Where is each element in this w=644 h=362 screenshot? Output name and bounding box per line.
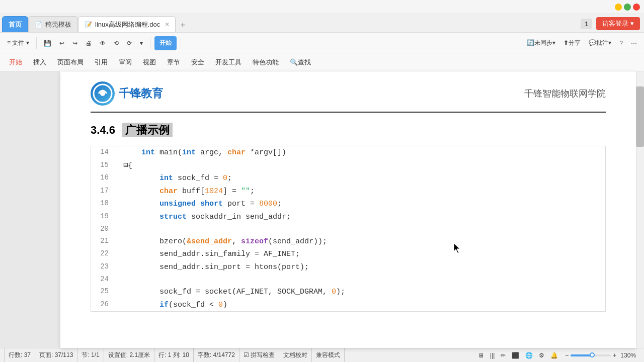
line-number: 14	[91, 146, 115, 158]
status-words: 字数: 4/14772	[194, 348, 239, 362]
zoom-out-icon[interactable]: −	[565, 352, 569, 359]
vertical-scrollbar[interactable]	[636, 71, 644, 348]
menu-insert[interactable]: 插入	[28, 55, 51, 69]
status-spellcheck[interactable]: ☑ 拼写检查	[239, 348, 279, 362]
status-icon-6[interactable]: ⚙	[536, 348, 547, 363]
token	[123, 213, 159, 221]
doc-tab-close[interactable]: ✕	[165, 22, 169, 27]
menu-security[interactable]: 安全	[186, 55, 209, 69]
status-icon-5[interactable]: 🌐	[522, 348, 536, 363]
token: ;	[277, 200, 282, 208]
token: unsigned	[159, 200, 196, 208]
menu-start[interactable]: 开始	[4, 55, 27, 69]
menu-reference[interactable]: 引用	[90, 55, 113, 69]
zoom-percent: 130%	[620, 352, 636, 359]
preview-button[interactable]: 👁	[97, 36, 109, 50]
undo-button[interactable]: ↩	[56, 36, 67, 50]
minimize-button[interactable]	[615, 4, 622, 11]
token: (send_addr));	[268, 237, 327, 246]
zoom-slider[interactable]	[571, 354, 611, 356]
code-line-18: 18 unsigned short port = 8000;	[91, 198, 605, 211]
menu-review[interactable]: 审阅	[114, 55, 137, 69]
menu-search[interactable]: 🔍查找	[285, 55, 316, 69]
more-button[interactable]: ⋯	[628, 36, 640, 50]
tab-count-button[interactable]: 1	[581, 19, 592, 29]
share-button[interactable]: ⬆分享	[560, 36, 584, 50]
line-number: 20	[91, 223, 115, 235]
line-content: send_addr.sin_port = htons(port);	[115, 261, 309, 274]
menu-view[interactable]: 视图	[138, 55, 161, 69]
token: ;	[227, 174, 232, 183]
code-line-15: 15⊟{	[91, 159, 605, 172]
zoom-thumb[interactable]	[590, 352, 595, 357]
line-number: 15	[91, 159, 115, 171]
line-content: struct sockaddr_in send_addr;	[115, 211, 291, 224]
new-tab-button[interactable]: +	[176, 18, 190, 32]
more-toolbar-button[interactable]: ▾	[137, 36, 146, 50]
unsync-button[interactable]: 🔄未同步▾	[524, 36, 558, 50]
status-icon-7[interactable]: 🔔	[547, 348, 561, 363]
token: short	[200, 200, 223, 208]
line-content: unsigned short port = 8000;	[115, 198, 282, 211]
line-content: ⊟{	[115, 159, 132, 172]
tab-home[interactable]: 首页	[2, 16, 28, 32]
tab-doc[interactable]: 📝 linux高级网络编程.doc ✕	[78, 16, 176, 32]
token: 0	[223, 174, 227, 183]
print-button[interactable]: 🖨	[83, 36, 95, 50]
line-content: int sock_fd = 0;	[115, 172, 232, 185]
status-setting: 设置值: 2.1厘米	[104, 348, 154, 362]
tab-template[interactable]: 📄 稿壳模板	[28, 16, 78, 32]
token	[123, 200, 159, 208]
menu-special[interactable]: 特色功能	[248, 55, 284, 69]
line-content: sock_fd = socket(AF_INET, SOCK_DGRAM, 0)…	[115, 286, 345, 299]
toolbar-separator-3	[181, 37, 181, 49]
redo-icon: ↪	[72, 40, 77, 47]
toolbar-separator-2	[150, 37, 150, 49]
print-icon: 🖨	[86, 40, 92, 47]
visitor-login-button[interactable]: 访客登录 ▾	[596, 17, 640, 30]
token: sockaddr_in send_addr;	[187, 213, 291, 221]
redo2-button[interactable]: ⟳	[124, 36, 135, 50]
undo2-button[interactable]: ⟲	[111, 36, 122, 50]
zoom-in-icon[interactable]: +	[613, 352, 616, 359]
menu-chapter[interactable]: 章节	[162, 55, 185, 69]
status-icon-4[interactable]: ⬛	[509, 348, 522, 363]
help-button[interactable]: ?	[616, 36, 626, 50]
status-page: 页面: 37/113	[35, 348, 77, 362]
line-number: 25	[91, 286, 115, 298]
token: ] =	[223, 187, 241, 196]
code-line-14: 14 int main(int argc, char *argv[])	[91, 146, 605, 159]
undo-icon: ↩	[59, 40, 64, 47]
zoom-control[interactable]: − + 130%	[561, 352, 640, 359]
status-icon-2[interactable]: |||	[487, 348, 498, 363]
save-button[interactable]: 💾	[41, 36, 54, 50]
token: 8000	[259, 200, 277, 208]
status-icon-1[interactable]: 🖥	[475, 348, 487, 363]
line-number: 26	[91, 299, 115, 311]
line-number: 18	[91, 198, 115, 210]
logo-icon	[91, 81, 115, 106]
doc-tab-label: linux高级网络编程.doc	[95, 20, 160, 29]
token: main(	[155, 148, 182, 157]
template-tab-label: 稿壳模板	[45, 20, 71, 29]
redo-button[interactable]: ↪	[69, 36, 80, 50]
code-line-16: 16 int sock_fd = 0;	[91, 172, 605, 185]
status-icon-3[interactable]: ✏	[498, 348, 509, 363]
token: ;	[250, 187, 255, 196]
status-proofread[interactable]: 文档校对	[279, 348, 312, 362]
scrollbar-thumb[interactable]	[636, 86, 644, 147]
section-number: 3.4.6	[91, 124, 115, 136]
start-menu-button[interactable]: 开始	[154, 36, 177, 50]
code-line-20: 20	[91, 223, 605, 235]
file-menu-button[interactable]: ≡ 文件 ▾	[4, 36, 32, 50]
comment-button[interactable]: 💬批注▾	[586, 36, 614, 50]
token: ""	[241, 187, 250, 196]
window-controls[interactable]	[615, 4, 640, 11]
menu-devtools[interactable]: 开发工具	[210, 55, 247, 69]
code-line-19: 19 struct sockaddr_in send_addr;	[91, 211, 605, 224]
token: send_addr.sin_port = htons(port);	[123, 263, 309, 272]
menu-layout[interactable]: 页面布局	[52, 55, 89, 69]
maximize-button[interactable]	[624, 4, 631, 11]
token: sizeof	[241, 237, 268, 246]
close-button[interactable]	[633, 4, 640, 11]
